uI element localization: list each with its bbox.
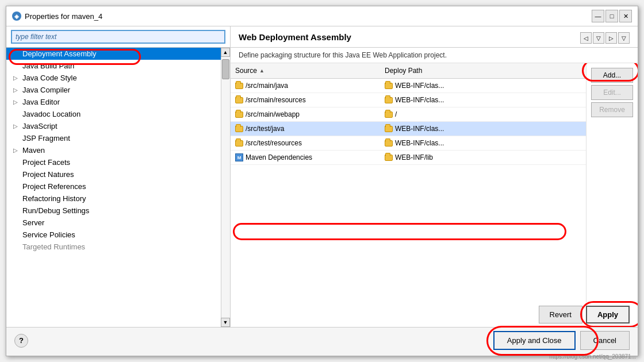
cell-deploy: WEB-INF/lib — [380, 152, 586, 163]
col-deploy-header: Deploy Path — [380, 66, 586, 76]
sidebar-item-label-project-references: Project References — [22, 182, 86, 191]
sidebar-item-label-targeted-runtimes: Targeted Runtimes — [22, 242, 85, 251]
maximize-button[interactable]: □ — [605, 10, 618, 22]
scroll-track — [221, 57, 230, 318]
sidebar-item-label-server: Server — [22, 218, 44, 227]
apply-close-button[interactable]: Apply and Close — [493, 331, 576, 350]
sidebar-item-label-maven: Maven — [22, 146, 45, 155]
cell-deploy: WEB-INF/clas... — [380, 138, 586, 148]
right-panel: Web Deployment Assembly ◁ ▽ ▷ ▽ Define p… — [231, 26, 638, 327]
close-button[interactable]: ✕ — [619, 10, 632, 22]
scroll-up-button[interactable]: ▲ — [221, 48, 230, 57]
sidebar-item-java-compiler[interactable]: ▷Java Compiler — [6, 84, 221, 96]
right-nav-arrows: ◁ ▽ ▷ ▽ — [580, 32, 630, 44]
deploy-folder-icon — [385, 155, 393, 161]
sidebar-item-label-project-natures: Project Natures — [22, 170, 74, 179]
nav-list-wrapper: Deployment AssemblyJava Build Path▷Java … — [6, 48, 230, 327]
minimize-button[interactable]: — — [592, 10, 604, 22]
maven-icon: M — [235, 153, 243, 161]
table-header: Source ▲ Deploy Path — [231, 63, 586, 79]
sidebar-item-javadoc-location[interactable]: Javadoc Location — [6, 108, 221, 120]
folder-icon — [235, 97, 243, 103]
cell-deploy: / — [380, 109, 586, 120]
dialog-title: Properties for maven_4 — [25, 12, 102, 21]
sidebar-item-java-editor[interactable]: ▷Java Editor — [6, 96, 221, 108]
table-rows-container: /src/main/java WEB-INF/clas... /src/main… — [231, 79, 586, 165]
table-row[interactable]: /src/main/resources WEB-INF/clas... — [231, 93, 586, 107]
cell-source: /src/main/webapp — [231, 109, 380, 120]
sidebar-item-maven[interactable]: ▷Maven — [6, 144, 221, 156]
scroll-down-button[interactable]: ▼ — [221, 318, 230, 327]
sidebar-item-refactoring-history[interactable]: Refactoring History — [6, 192, 221, 205]
sidebar-item-java-build-path[interactable]: Java Build Path — [6, 60, 221, 72]
nav-dropdown-button[interactable]: ▽ — [618, 32, 630, 44]
add-button[interactable]: Add... — [591, 68, 633, 83]
expand-arrow-maven: ▷ — [13, 147, 20, 153]
apply-close-wrapper: Apply and Close — [493, 331, 576, 350]
properties-dialog: ◈ Properties for maven_4 — □ ✕ Deploymen… — [6, 6, 638, 356]
cancel-button[interactable]: Cancel — [580, 331, 630, 350]
edit-button[interactable]: Edit... — [591, 85, 633, 100]
table-row[interactable]: /src/test/resources WEB-INF/clas... — [231, 136, 586, 151]
sidebar-item-deployment-assembly[interactable]: Deployment Assembly — [6, 48, 221, 60]
sidebar-item-label-run-debug-settings: Run/Debug Settings — [22, 206, 89, 215]
sidebar-item-service-policies[interactable]: Service Policies — [6, 229, 221, 241]
title-bar-left: ◈ Properties for maven_4 — [12, 11, 102, 21]
sidebar-item-project-references[interactable]: Project References — [6, 180, 221, 192]
nav-down-button[interactable]: ▽ — [593, 32, 604, 44]
nav-scrollbar[interactable]: ▲ ▼ — [221, 48, 230, 327]
sidebar-item-javascript[interactable]: ▷JavaScript — [6, 120, 221, 132]
nav-items-container[interactable]: Deployment AssemblyJava Build Path▷Java … — [6, 48, 230, 327]
sidebar-item-targeted-runtimes[interactable]: Targeted Runtimes — [6, 241, 221, 253]
expand-arrow-java-code-style: ▷ — [13, 75, 20, 81]
app-icon: ◈ — [12, 11, 21, 21]
help-button[interactable]: ? — [14, 334, 28, 348]
cell-deploy: WEB-INF/clas... — [380, 95, 586, 105]
sidebar-item-label-java-editor: Java Editor — [22, 98, 60, 106]
dialog-body: Deployment AssemblyJava Build Path▷Java … — [6, 26, 638, 327]
sidebar-item-label-java-compiler: Java Compiler — [22, 86, 70, 94]
sidebar-item-project-facets[interactable]: Project Facets — [6, 156, 221, 168]
sidebar-item-run-debug-settings[interactable]: Run/Debug Settings — [6, 205, 221, 217]
cell-deploy: WEB-INF/clas... — [380, 80, 586, 91]
remove-button[interactable]: Remove — [591, 102, 633, 117]
expand-arrow-javascript: ▷ — [13, 123, 20, 129]
sidebar-item-label-java-code-style: Java Code Style — [22, 74, 77, 82]
nav-forward-button[interactable]: ▷ — [605, 32, 617, 44]
sidebar-item-project-natures[interactable]: Project Natures — [6, 168, 221, 180]
sidebar-item-label-java-build-path: Java Build Path — [22, 61, 74, 70]
revert-button[interactable]: Revert — [539, 306, 582, 324]
apply-button-wrapper: Apply — [586, 306, 630, 324]
scroll-thumb[interactable] — [222, 59, 229, 79]
window-controls: — □ ✕ — [592, 10, 632, 22]
table-row[interactable]: /src/main/webapp / — [231, 107, 586, 122]
col-source-header: Source ▲ — [231, 66, 380, 76]
footer-left: ? — [14, 334, 28, 348]
filter-box — [6, 26, 230, 48]
right-header: Web Deployment Assembly ◁ ▽ ▷ ▽ — [231, 26, 638, 48]
sidebar-item-label-deployment-assembly: Deployment Assembly — [22, 49, 97, 58]
sidebar-item-server[interactable]: Server — [6, 217, 221, 229]
right-description: Define packaging structure for this Java… — [231, 48, 638, 63]
sidebar-item-jsp-fragment[interactable]: JSP Fragment — [6, 132, 221, 144]
revert-apply-row: Revert Apply — [231, 302, 638, 327]
deploy-folder-icon — [385, 111, 393, 118]
apply-button[interactable]: Apply — [586, 306, 630, 324]
table-row[interactable]: /src/test/java WEB-INF/clas... — [231, 122, 586, 136]
sidebar-item-label-jsp-fragment: JSP Fragment — [22, 134, 70, 143]
cell-source: /src/test/resources — [231, 138, 380, 148]
deploy-folder-icon — [385, 140, 393, 147]
nav-list: Deployment AssemblyJava Build Path▷Java … — [6, 48, 221, 253]
deploy-folder-icon — [385, 97, 393, 103]
right-content: Source ▲ Deploy Path /src/main/java WEB-… — [231, 63, 638, 302]
nav-back-button[interactable]: ◁ — [580, 32, 592, 44]
table-row[interactable]: /src/main/java WEB-INF/clas... — [231, 79, 586, 93]
filter-input[interactable] — [11, 30, 225, 44]
sidebar-item-java-code-style[interactable]: ▷Java Code Style — [6, 72, 221, 84]
footer-right: Apply and Close Cancel — [493, 331, 630, 350]
sidebar-item-label-javadoc-location: Javadoc Location — [22, 110, 80, 118]
deploy-folder-icon — [385, 126, 393, 132]
table-body: /src/main/java WEB-INF/clas... /src/main… — [231, 79, 586, 302]
table-row[interactable]: MMaven Dependencies WEB-INF/lib — [231, 151, 586, 165]
right-panel-title: Web Deployment Assembly — [239, 32, 351, 42]
